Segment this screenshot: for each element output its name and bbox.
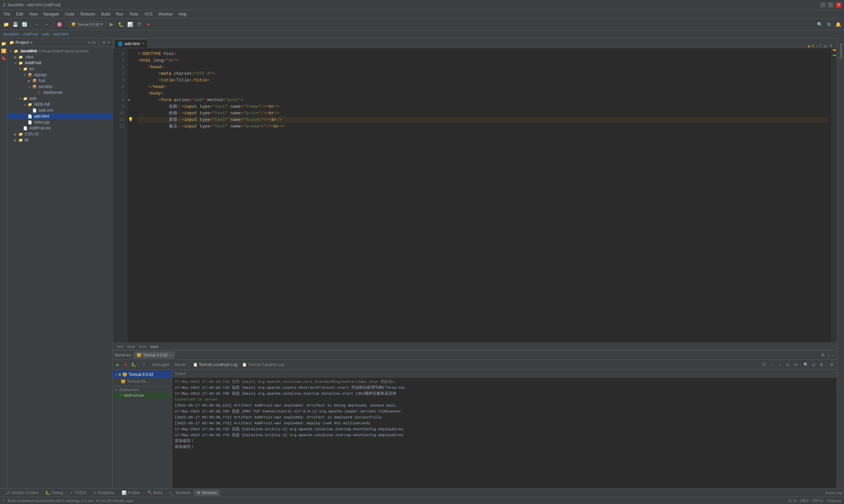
close-panel-btn[interactable]: ✕ [107, 40, 110, 45]
tree-item-addfruit-iml[interactable]: ▶ 📄 AddFruit.iml [7, 125, 113, 131]
scope-btn[interactable]: ⊙ [88, 40, 91, 45]
menu-edit[interactable]: Edit [14, 11, 26, 17]
run-config-dropdown[interactable]: 🐱 Tomcat 9.0.62 ▾ [68, 21, 106, 28]
deployment-addfruit[interactable]: ✓ AddFruit:war [113, 392, 172, 398]
menu-view[interactable]: View [27, 11, 40, 17]
svc-scroll-down-btn[interactable]: ⇊ [784, 361, 791, 368]
svc-down-btn[interactable]: ↓ [776, 361, 783, 368]
profile-button[interactable]: ⏱ [135, 20, 143, 28]
svc-scroll-end-btn[interactable]: ⇉ [792, 361, 799, 368]
menu-vcs[interactable]: VCS [142, 11, 155, 17]
tree-item-indexjsp[interactable]: ▶ 📄 index.jsp [7, 119, 113, 125]
toolbar-run-target-btn[interactable]: 🎯 [55, 20, 63, 28]
svc-debugger-tab[interactable]: Debugger [150, 362, 172, 367]
collapse-btn[interactable]: ⊟ [92, 40, 96, 45]
run-button[interactable]: ▶ [107, 20, 115, 28]
menu-tools[interactable]: Tools [126, 11, 141, 17]
edbc-html[interactable]: html [117, 345, 124, 348]
update-btn[interactable]: 🔔 [834, 20, 842, 28]
tomcat-tab-close[interactable]: ✕ [169, 353, 172, 357]
tab-todo[interactable]: ✓ TODO [67, 489, 89, 496]
menu-file[interactable]: File [1, 11, 13, 17]
event-log-btn[interactable]: Event Log [826, 491, 842, 495]
bookmark-icon[interactable]: 🔖 [1, 55, 6, 60]
svc-tree-tomcat[interactable]: ▾ 🐱 Tomcat 9.0.62 [113, 371, 172, 378]
maximize-button[interactable]: □ [828, 2, 833, 7]
tree-item-webxml[interactable]: ▶ 📄 web.xml [7, 107, 113, 113]
commit-icon[interactable]: 🔀 [1, 48, 6, 53]
tree-item-root[interactable]: ▾ 📁 JavaWeb D:\Projects\IdeaProjects\Jav… [7, 48, 113, 54]
edbc-body[interactable]: body [127, 345, 135, 348]
svc-debug-btn[interactable]: 🐛 [130, 361, 137, 368]
services-settings-btn[interactable]: ⚙ [821, 353, 825, 357]
toolbar-open-btn[interactable]: 📁 [2, 20, 10, 28]
debug-button[interactable]: 🐛 [117, 20, 125, 28]
menu-navigate[interactable]: Navigate [41, 11, 62, 17]
dots-btn[interactable]: ⋮ [97, 40, 101, 45]
tree-item-addservlet[interactable]: ▶ C AddServlet [7, 90, 113, 95]
menu-run[interactable]: Run [114, 11, 126, 17]
svc-run-btn[interactable]: ▶ [114, 361, 121, 368]
toolbar-sync-btn[interactable]: 🔄 [20, 20, 28, 28]
services-options-btn[interactable]: ⋮ [826, 353, 830, 357]
stop-button[interactable]: ■ [144, 20, 152, 28]
svc-server-tab[interactable]: Server [172, 362, 188, 367]
tab-build[interactable]: 🔨 Build [144, 489, 166, 496]
settings-proj-btn[interactable]: ⚙ [102, 40, 106, 45]
svc-tree-tomcat-child[interactable]: 🐱 Tomcat-Se... [113, 378, 172, 385]
tree-item-src[interactable]: ▾ 📁 src [7, 66, 113, 72]
tree-item-servlets[interactable]: ▾ 📦 servlets [7, 84, 113, 90]
search-everywhere-btn[interactable]: 🔍 [816, 20, 824, 28]
menu-help[interactable]: Help [176, 11, 189, 17]
toolbar-forward-btn[interactable]: → [42, 20, 50, 28]
tree-item-atguigu[interactable]: ▾ 📦 atguigu [7, 72, 113, 78]
tab-profiler[interactable]: 📊 Profiler [118, 489, 144, 496]
nav-down-btn[interactable]: ▼ [829, 44, 833, 48]
tree-item-lib[interactable]: ▶ 📁 lib [7, 137, 113, 143]
menu-window[interactable]: Window [156, 11, 175, 17]
edbc-form[interactable]: form [139, 345, 147, 348]
svc-layout-btn[interactable]: ⊞ [828, 361, 836, 368]
tab-problems[interactable]: ⚠ Problems [90, 489, 118, 496]
bc-addhtml[interactable]: add.html [53, 32, 68, 37]
svc-up-btn[interactable]: ↑ [768, 361, 775, 368]
services-collapse-btn[interactable]: ─ [832, 353, 835, 357]
tree-item-fruit[interactable]: ▶ 📦 fruit [7, 78, 113, 84]
menu-refactor[interactable]: Refactor [78, 11, 98, 17]
code-editor[interactable]: 1 2 3 4 5 6 7 8 9 10 11 12 [113, 48, 837, 343]
close-button[interactable]: ✕ [836, 2, 841, 7]
tree-item-addfruit[interactable]: ▾ 📁 AddFruit [7, 60, 113, 66]
svc-print-btn[interactable]: 🖨 [810, 361, 817, 368]
menu-code[interactable]: Code [62, 11, 77, 17]
svc-filter-log-btn[interactable]: 🔍 [802, 361, 809, 368]
menu-build[interactable]: Build [99, 11, 113, 17]
tab-version-control[interactable]: ⎇ Version Control [2, 489, 41, 496]
tab-services[interactable]: ⚙ Services [193, 489, 220, 496]
project-icon[interactable]: 📁 [1, 41, 6, 46]
nav-up-btn[interactable]: ▲ [824, 44, 827, 48]
tree-item-addhtml[interactable]: ▶ 📄 add.html [7, 113, 113, 119]
svc-stop-btn[interactable]: ■ [122, 361, 129, 368]
tree-item-webinf[interactable]: ▾ 📁 WEB-INF [7, 102, 113, 107]
bc-javasweb[interactable]: JavaWeb [3, 32, 19, 37]
tree-item-idea[interactable]: ▶ 📁 .idea [7, 54, 113, 60]
tab-addhtml[interactable]: 🌐 add.html ✕ [114, 39, 148, 48]
service-tab-tomcat[interactable]: 🐱 Tomcat 9.0.62 ✕ [134, 352, 174, 358]
cursor-position[interactable]: 11:21 [788, 499, 797, 503]
coverage-button[interactable]: 📊 [126, 20, 134, 28]
toolbar-save-btn[interactable]: 💾 [11, 20, 19, 28]
bc-addfruit[interactable]: AddFruit [23, 32, 38, 37]
indent[interactable]: 4 spaces [827, 499, 841, 503]
minimize-button[interactable]: ─ [820, 2, 826, 7]
svc-filter-btn[interactable]: ▽ [140, 361, 148, 368]
project-dropdown-arrow[interactable]: ▾ [30, 40, 32, 45]
bc-web[interactable]: web [42, 32, 49, 37]
output-content[interactable]: 17-May-2022 17:48:29.718 信息 [main] org.a… [172, 378, 837, 488]
svc-clear-btn[interactable]: 🗑 [818, 361, 825, 368]
database-tab[interactable]: Database [838, 41, 844, 61]
tree-item-web[interactable]: ▾ 📁 web [7, 95, 113, 102]
encoding[interactable]: UTF-8○ [812, 499, 824, 503]
tab-debug[interactable]: 🐛 Debug [42, 489, 66, 496]
tree-item-cssjs[interactable]: ▶ 📁 CSS-JS [7, 131, 113, 137]
svc-align-btn[interactable]: ☰ [760, 361, 768, 368]
